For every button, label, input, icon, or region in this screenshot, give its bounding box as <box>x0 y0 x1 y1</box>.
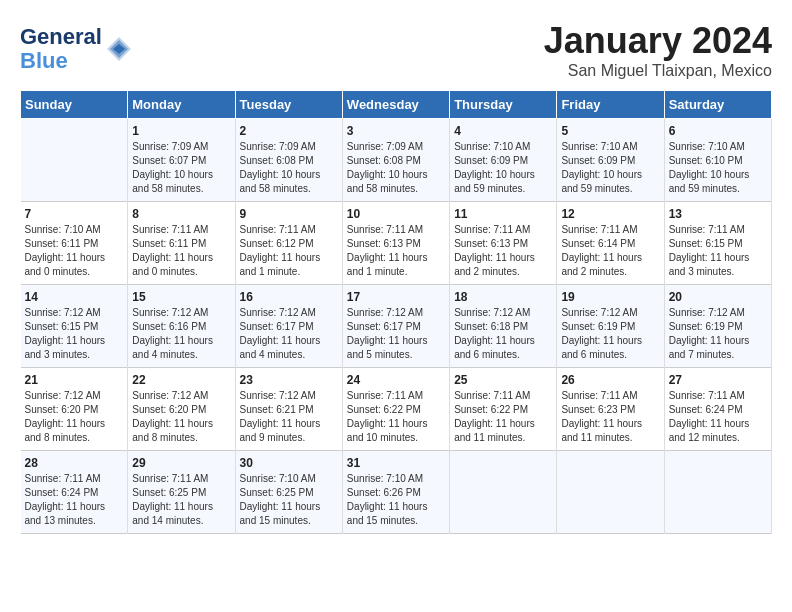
day-info: Sunrise: 7:12 AM Sunset: 6:17 PM Dayligh… <box>240 306 338 362</box>
day-info: Sunrise: 7:11 AM Sunset: 6:14 PM Dayligh… <box>561 223 659 279</box>
day-number: 20 <box>669 290 767 304</box>
calendar-cell: 30Sunrise: 7:10 AM Sunset: 6:25 PM Dayli… <box>235 451 342 534</box>
day-number: 6 <box>669 124 767 138</box>
weekday-header: Monday <box>128 91 235 119</box>
day-number: 24 <box>347 373 445 387</box>
day-info: Sunrise: 7:09 AM Sunset: 6:07 PM Dayligh… <box>132 140 230 196</box>
page-header: GeneralBlue January 2024 San Miguel Tlai… <box>20 20 772 80</box>
logo-icon <box>105 35 133 63</box>
calendar-cell: 25Sunrise: 7:11 AM Sunset: 6:22 PM Dayli… <box>450 368 557 451</box>
day-info: Sunrise: 7:12 AM Sunset: 6:20 PM Dayligh… <box>132 389 230 445</box>
day-info: Sunrise: 7:10 AM Sunset: 6:26 PM Dayligh… <box>347 472 445 528</box>
day-info: Sunrise: 7:12 AM Sunset: 6:15 PM Dayligh… <box>25 306 124 362</box>
day-info: Sunrise: 7:12 AM Sunset: 6:19 PM Dayligh… <box>561 306 659 362</box>
calendar-cell: 8Sunrise: 7:11 AM Sunset: 6:11 PM Daylig… <box>128 202 235 285</box>
calendar-cell: 5Sunrise: 7:10 AM Sunset: 6:09 PM Daylig… <box>557 119 664 202</box>
calendar-cell: 20Sunrise: 7:12 AM Sunset: 6:19 PM Dayli… <box>664 285 771 368</box>
calendar-cell <box>664 451 771 534</box>
day-info: Sunrise: 7:11 AM Sunset: 6:11 PM Dayligh… <box>132 223 230 279</box>
day-info: Sunrise: 7:12 AM Sunset: 6:16 PM Dayligh… <box>132 306 230 362</box>
day-number: 27 <box>669 373 767 387</box>
calendar-cell: 10Sunrise: 7:11 AM Sunset: 6:13 PM Dayli… <box>342 202 449 285</box>
calendar-cell: 1Sunrise: 7:09 AM Sunset: 6:07 PM Daylig… <box>128 119 235 202</box>
weekday-header: Saturday <box>664 91 771 119</box>
day-info: Sunrise: 7:11 AM Sunset: 6:22 PM Dayligh… <box>347 389 445 445</box>
logo: GeneralBlue <box>20 25 133 73</box>
day-number: 12 <box>561 207 659 221</box>
calendar-week-row: 7Sunrise: 7:10 AM Sunset: 6:11 PM Daylig… <box>21 202 772 285</box>
day-info: Sunrise: 7:11 AM Sunset: 6:25 PM Dayligh… <box>132 472 230 528</box>
day-info: Sunrise: 7:10 AM Sunset: 6:10 PM Dayligh… <box>669 140 767 196</box>
day-info: Sunrise: 7:11 AM Sunset: 6:12 PM Dayligh… <box>240 223 338 279</box>
day-info: Sunrise: 7:10 AM Sunset: 6:09 PM Dayligh… <box>561 140 659 196</box>
day-number: 19 <box>561 290 659 304</box>
calendar-cell: 6Sunrise: 7:10 AM Sunset: 6:10 PM Daylig… <box>664 119 771 202</box>
day-number: 10 <box>347 207 445 221</box>
calendar-week-row: 1Sunrise: 7:09 AM Sunset: 6:07 PM Daylig… <box>21 119 772 202</box>
day-number: 21 <box>25 373 124 387</box>
calendar-cell: 17Sunrise: 7:12 AM Sunset: 6:17 PM Dayli… <box>342 285 449 368</box>
calendar-cell <box>557 451 664 534</box>
day-info: Sunrise: 7:11 AM Sunset: 6:22 PM Dayligh… <box>454 389 552 445</box>
day-number: 9 <box>240 207 338 221</box>
day-number: 30 <box>240 456 338 470</box>
calendar-cell <box>21 119 128 202</box>
day-number: 1 <box>132 124 230 138</box>
day-number: 11 <box>454 207 552 221</box>
day-number: 28 <box>25 456 124 470</box>
weekday-header: Friday <box>557 91 664 119</box>
day-number: 7 <box>25 207 124 221</box>
day-number: 4 <box>454 124 552 138</box>
day-info: Sunrise: 7:12 AM Sunset: 6:20 PM Dayligh… <box>25 389 124 445</box>
day-info: Sunrise: 7:11 AM Sunset: 6:24 PM Dayligh… <box>669 389 767 445</box>
calendar-cell: 28Sunrise: 7:11 AM Sunset: 6:24 PM Dayli… <box>21 451 128 534</box>
month-title: January 2024 <box>544 20 772 62</box>
calendar-cell: 13Sunrise: 7:11 AM Sunset: 6:15 PM Dayli… <box>664 202 771 285</box>
day-number: 29 <box>132 456 230 470</box>
day-info: Sunrise: 7:09 AM Sunset: 6:08 PM Dayligh… <box>240 140 338 196</box>
day-info: Sunrise: 7:11 AM Sunset: 6:13 PM Dayligh… <box>347 223 445 279</box>
calendar-week-row: 28Sunrise: 7:11 AM Sunset: 6:24 PM Dayli… <box>21 451 772 534</box>
calendar-table: SundayMondayTuesdayWednesdayThursdayFrid… <box>20 90 772 534</box>
calendar-cell: 27Sunrise: 7:11 AM Sunset: 6:24 PM Dayli… <box>664 368 771 451</box>
weekday-header: Wednesday <box>342 91 449 119</box>
day-number: 15 <box>132 290 230 304</box>
calendar-cell: 23Sunrise: 7:12 AM Sunset: 6:21 PM Dayli… <box>235 368 342 451</box>
calendar-cell: 2Sunrise: 7:09 AM Sunset: 6:08 PM Daylig… <box>235 119 342 202</box>
calendar-cell: 26Sunrise: 7:11 AM Sunset: 6:23 PM Dayli… <box>557 368 664 451</box>
calendar-cell: 15Sunrise: 7:12 AM Sunset: 6:16 PM Dayli… <box>128 285 235 368</box>
logo-text: GeneralBlue <box>20 25 102 73</box>
location-title: San Miguel Tlaixpan, Mexico <box>544 62 772 80</box>
calendar-cell: 3Sunrise: 7:09 AM Sunset: 6:08 PM Daylig… <box>342 119 449 202</box>
day-number: 14 <box>25 290 124 304</box>
day-number: 17 <box>347 290 445 304</box>
calendar-cell: 31Sunrise: 7:10 AM Sunset: 6:26 PM Dayli… <box>342 451 449 534</box>
day-info: Sunrise: 7:11 AM Sunset: 6:15 PM Dayligh… <box>669 223 767 279</box>
day-number: 22 <box>132 373 230 387</box>
calendar-cell: 24Sunrise: 7:11 AM Sunset: 6:22 PM Dayli… <box>342 368 449 451</box>
calendar-cell: 14Sunrise: 7:12 AM Sunset: 6:15 PM Dayli… <box>21 285 128 368</box>
day-number: 18 <box>454 290 552 304</box>
day-number: 31 <box>347 456 445 470</box>
weekday-header: Tuesday <box>235 91 342 119</box>
calendar-cell: 19Sunrise: 7:12 AM Sunset: 6:19 PM Dayli… <box>557 285 664 368</box>
day-number: 2 <box>240 124 338 138</box>
day-number: 25 <box>454 373 552 387</box>
day-info: Sunrise: 7:12 AM Sunset: 6:18 PM Dayligh… <box>454 306 552 362</box>
day-number: 26 <box>561 373 659 387</box>
day-info: Sunrise: 7:12 AM Sunset: 6:19 PM Dayligh… <box>669 306 767 362</box>
calendar-week-row: 21Sunrise: 7:12 AM Sunset: 6:20 PM Dayli… <box>21 368 772 451</box>
calendar-cell: 22Sunrise: 7:12 AM Sunset: 6:20 PM Dayli… <box>128 368 235 451</box>
day-info: Sunrise: 7:10 AM Sunset: 6:09 PM Dayligh… <box>454 140 552 196</box>
calendar-cell <box>450 451 557 534</box>
weekday-header-row: SundayMondayTuesdayWednesdayThursdayFrid… <box>21 91 772 119</box>
day-number: 5 <box>561 124 659 138</box>
calendar-cell: 4Sunrise: 7:10 AM Sunset: 6:09 PM Daylig… <box>450 119 557 202</box>
calendar-cell: 16Sunrise: 7:12 AM Sunset: 6:17 PM Dayli… <box>235 285 342 368</box>
weekday-header: Thursday <box>450 91 557 119</box>
title-area: January 2024 San Miguel Tlaixpan, Mexico <box>544 20 772 80</box>
day-number: 23 <box>240 373 338 387</box>
calendar-cell: 7Sunrise: 7:10 AM Sunset: 6:11 PM Daylig… <box>21 202 128 285</box>
day-number: 3 <box>347 124 445 138</box>
calendar-cell: 29Sunrise: 7:11 AM Sunset: 6:25 PM Dayli… <box>128 451 235 534</box>
